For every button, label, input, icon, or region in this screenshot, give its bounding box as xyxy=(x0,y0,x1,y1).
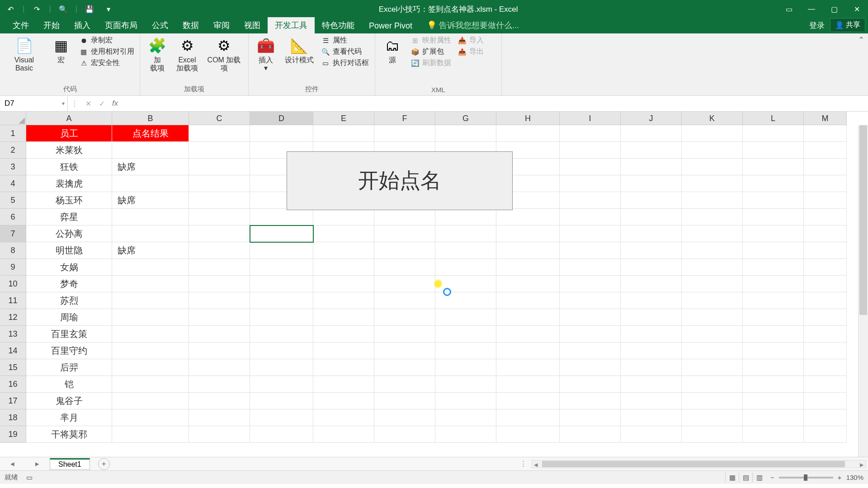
cell-D15[interactable] xyxy=(250,359,313,376)
minimize-button[interactable]: — xyxy=(800,0,823,18)
cell-B14[interactable] xyxy=(112,343,189,359)
cell-E1[interactable] xyxy=(313,125,374,142)
cell-C6[interactable] xyxy=(189,209,250,225)
cell-M3[interactable] xyxy=(804,159,847,175)
row-header-10[interactable]: 10 xyxy=(0,276,26,292)
cell-D10[interactable] xyxy=(250,276,313,292)
cell-H18[interactable] xyxy=(496,409,560,426)
cell-J4[interactable] xyxy=(621,175,682,192)
col-header-H[interactable]: H xyxy=(496,112,560,125)
tab-formulas[interactable]: 公式 xyxy=(145,17,175,33)
save-button[interactable]: 💾 xyxy=(83,2,96,16)
cell-E14[interactable] xyxy=(313,343,374,359)
cell-H9[interactable] xyxy=(496,259,560,276)
cell-C5[interactable] xyxy=(189,192,250,209)
cell-J17[interactable] xyxy=(621,393,682,409)
cell-G13[interactable] xyxy=(435,326,496,343)
tab-view[interactable]: 视图 xyxy=(237,17,268,33)
cell-C15[interactable] xyxy=(189,359,250,376)
cell-C3[interactable] xyxy=(189,159,250,175)
cell-M19[interactable] xyxy=(804,426,847,443)
cell-K11[interactable] xyxy=(682,292,743,309)
cell-B16[interactable] xyxy=(112,376,189,393)
cell-E8[interactable] xyxy=(313,242,374,259)
expand-fbar-icon[interactable]: ⋮ xyxy=(68,99,81,108)
cell-L19[interactable] xyxy=(743,426,804,443)
cell-A13[interactable]: 百里玄策 xyxy=(26,326,112,343)
zoom-in-button[interactable]: + xyxy=(838,474,842,481)
cell-J6[interactable] xyxy=(621,209,682,225)
cell-F16[interactable] xyxy=(374,376,435,393)
cell-L5[interactable] xyxy=(743,192,804,209)
cell-M14[interactable] xyxy=(804,343,847,359)
namebox-dropdown-icon[interactable]: ▾ xyxy=(62,100,65,107)
normal-view-button[interactable]: ▦ xyxy=(725,473,739,483)
cell-B3[interactable]: 缺席 xyxy=(112,159,189,175)
ribbon-options-button[interactable]: ▭ xyxy=(778,0,800,18)
zoom-slider[interactable] xyxy=(779,477,833,479)
cell-L6[interactable] xyxy=(743,209,804,225)
cell-C17[interactable] xyxy=(189,393,250,409)
split-handle[interactable]: ⋮ xyxy=(519,459,527,469)
cell-J15[interactable] xyxy=(621,359,682,376)
cell-K3[interactable] xyxy=(682,159,743,175)
cell-E6[interactable] xyxy=(313,209,374,225)
cell-G19[interactable] xyxy=(435,426,496,443)
cell-H11[interactable] xyxy=(496,292,560,309)
vscroll-thumb[interactable] xyxy=(859,125,867,315)
cell-M10[interactable] xyxy=(804,276,847,292)
cell-F19[interactable] xyxy=(374,426,435,443)
sheet-nav[interactable]: ◂▸ xyxy=(0,459,50,469)
col-header-J[interactable]: J xyxy=(621,112,682,125)
cell-H17[interactable] xyxy=(496,393,560,409)
cell-A9[interactable]: 女娲 xyxy=(26,259,112,276)
col-header-C[interactable]: C xyxy=(189,112,250,125)
share-button[interactable]: 👤共享 xyxy=(830,18,865,32)
cell-M13[interactable] xyxy=(804,326,847,343)
cell-H10[interactable] xyxy=(496,276,560,292)
zoom-level[interactable]: 130% xyxy=(846,474,863,481)
name-box-input[interactable] xyxy=(5,99,63,108)
cell-L11[interactable] xyxy=(743,292,804,309)
print-preview-button[interactable]: 🔍 xyxy=(57,2,70,16)
cell-J18[interactable] xyxy=(621,409,682,426)
tab-powerpivot[interactable]: Power Pivot xyxy=(362,19,420,33)
macros-button[interactable]: ▦ 宏 xyxy=(47,35,75,65)
cell-L18[interactable] xyxy=(743,409,804,426)
cell-M12[interactable] xyxy=(804,309,847,326)
cell-A6[interactable]: 弈星 xyxy=(26,209,112,225)
cell-M1[interactable] xyxy=(804,125,847,142)
relative-ref-button[interactable]: ▦使用相对引用 xyxy=(77,47,136,57)
cell-F12[interactable] xyxy=(374,309,435,326)
cell-K7[interactable] xyxy=(682,225,743,242)
cell-E15[interactable] xyxy=(313,359,374,376)
cell-J8[interactable] xyxy=(621,242,682,259)
row-header-11[interactable]: 11 xyxy=(0,292,26,309)
cell-I12[interactable] xyxy=(560,309,621,326)
cell-I2[interactable] xyxy=(560,142,621,159)
cell-J5[interactable] xyxy=(621,192,682,209)
cell-I9[interactable] xyxy=(560,259,621,276)
cell-J11[interactable] xyxy=(621,292,682,309)
cell-C12[interactable] xyxy=(189,309,250,326)
cell-B10[interactable] xyxy=(112,276,189,292)
cell-K16[interactable] xyxy=(682,376,743,393)
cell-B12[interactable] xyxy=(112,309,189,326)
cell-F6[interactable] xyxy=(374,209,435,225)
cell-K4[interactable] xyxy=(682,175,743,192)
cell-C9[interactable] xyxy=(189,259,250,276)
cell-M6[interactable] xyxy=(804,209,847,225)
cell-L4[interactable] xyxy=(743,175,804,192)
excel-addins-button[interactable]: ⚙Excel 加载项 xyxy=(174,35,201,74)
cell-I13[interactable] xyxy=(560,326,621,343)
cell-G14[interactable] xyxy=(435,343,496,359)
cell-B13[interactable] xyxy=(112,326,189,343)
cell-K10[interactable] xyxy=(682,276,743,292)
cell-F11[interactable] xyxy=(374,292,435,309)
row-header-7[interactable]: 7 xyxy=(0,225,26,242)
refresh-data-button[interactable]: 🔄刷新数据 xyxy=(409,58,453,68)
cell-L17[interactable] xyxy=(743,393,804,409)
cell-K13[interactable] xyxy=(682,326,743,343)
cell-J19[interactable] xyxy=(621,426,682,443)
cell-L7[interactable] xyxy=(743,225,804,242)
